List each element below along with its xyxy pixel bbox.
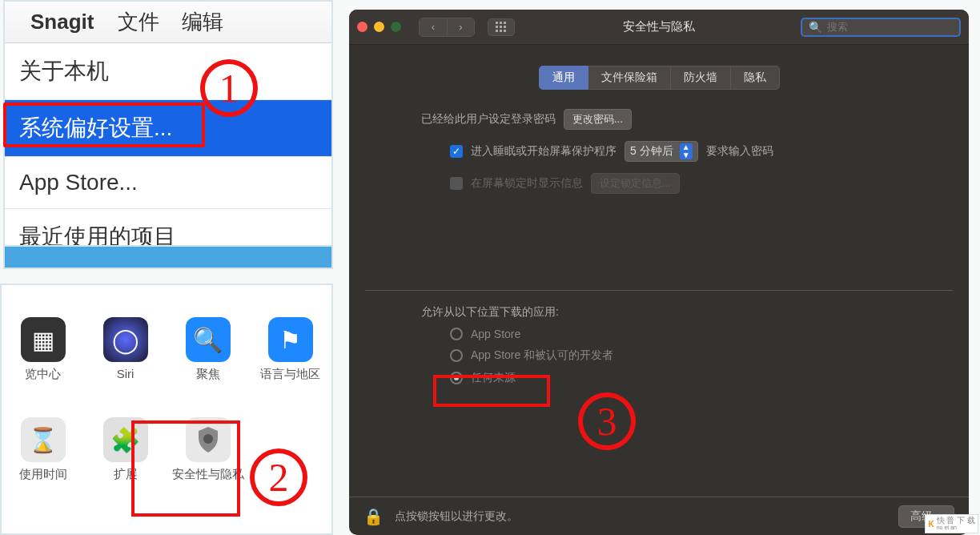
allow-apps-title: 允许从以下位置下载的应用: (421, 305, 969, 320)
svg-rect-5 (500, 26, 502, 28)
pref-item-security-privacy[interactable]: 安全性与隐私 (167, 417, 249, 482)
tab-privacy[interactable]: 隐私 (731, 66, 780, 90)
allow-apps-section: 允许从以下位置下载的应用: App Store App Store 和被认可的开… (349, 291, 969, 385)
system-preferences-panel: ▦ 览中心 ◯ Siri 🔍 聚焦 ⚑ 语言与地区 ⌛ 使用时间 🧩 扩展 安全… (0, 284, 333, 535)
pref-label: Siri (117, 367, 135, 380)
require-password-delay-select[interactable]: 5 分钟后 ▲▼ (625, 141, 698, 162)
pref-label: 安全性与隐私 (172, 467, 244, 482)
security-privacy-icon (186, 417, 231, 462)
radio-icon (450, 349, 463, 362)
chevron-up-down-icon: ▲▼ (680, 143, 693, 159)
menubar-app-name[interactable]: Snagit (30, 10, 94, 34)
nav-back-forward: ‹ › (419, 18, 475, 37)
close-window-button[interactable] (357, 22, 368, 32)
unlock-hint: 点按锁按钮以进行更改。 (395, 509, 518, 524)
apple-menu-dropdown: 关于本机 系统偏好设置... App Store... 最近使用的项目 (5, 43, 331, 265)
lock-icon[interactable]: 🔒 (363, 507, 384, 526)
siri-icon: ◯ (103, 317, 148, 362)
menu-item-system-preferences[interactable]: 系统偏好设置... (5, 100, 331, 157)
window-titlebar: ‹ › 安全性与隐私 🔍 (349, 10, 969, 45)
allow-option-label: App Store 和被认可的开发者 (471, 348, 613, 363)
require-password-suffix: 要求输入密码 (706, 144, 773, 159)
menu-item-about[interactable]: 关于本机 (5, 43, 331, 100)
watermark-logo: K (928, 520, 934, 529)
watermark-text-2: no et an (937, 524, 975, 531)
spotlight-icon: 🔍 (186, 317, 231, 362)
svg-rect-1 (496, 22, 498, 24)
spacer (249, 417, 331, 482)
pref-label: 扩展 (114, 467, 138, 482)
login-password-label: 已经给此用户设定登录密码 (421, 112, 556, 127)
tab-firewall[interactable]: 防火墙 (671, 66, 731, 90)
change-password-button[interactable]: 更改密码... (564, 109, 632, 130)
pref-label: 语言与地区 (260, 367, 320, 382)
require-password-prefix: 进入睡眠或开始屏幕保护程序 (471, 144, 617, 159)
select-value: 5 分钟后 (630, 144, 673, 159)
general-tab-content: 已经给此用户设定登录密码 更改密码... ✓ 进入睡眠或开始屏幕保护程序 5 分… (349, 90, 969, 194)
radio-icon (450, 372, 463, 384)
svg-rect-7 (496, 30, 498, 32)
allow-option-label: 任何来源 (471, 371, 516, 385)
decorative-strip (3, 245, 333, 269)
svg-rect-2 (500, 22, 502, 24)
tab-filevault[interactable]: 文件保险箱 (588, 66, 671, 90)
pref-label: 聚焦 (196, 367, 220, 382)
search-input[interactable] (827, 21, 962, 33)
svg-rect-3 (504, 22, 506, 24)
pref-item-siri[interactable]: ◯ Siri (84, 317, 167, 382)
apple-menu-panel: Snagit 文件 编辑 关于本机 系统偏好设置... App Store...… (3, 0, 333, 267)
watermark: K 快 普 下 载 no et an (925, 514, 978, 533)
extensions-icon: 🧩 (103, 417, 148, 462)
search-icon: 🔍 (809, 21, 822, 34)
pref-item-spotlight[interactable]: 🔍 聚焦 (167, 317, 249, 382)
show-all-button[interactable] (488, 18, 515, 36)
nav-back-button[interactable]: ‹ (420, 18, 447, 36)
pref-item-extensions[interactable]: 🧩 扩展 (84, 417, 167, 482)
set-lock-message-button[interactable]: 设定锁定信息... (591, 173, 680, 194)
svg-rect-9 (504, 30, 506, 32)
radio-icon (450, 328, 463, 340)
pref-item-language[interactable]: ⚑ 语言与地区 (249, 317, 331, 382)
language-region-icon: ⚑ (268, 317, 313, 362)
minimize-window-button[interactable] (374, 22, 384, 32)
screen-time-icon: ⌛ (21, 417, 66, 462)
require-password-checkbox[interactable]: ✓ (450, 145, 463, 158)
menubar-edit[interactable]: 编辑 (182, 8, 223, 36)
watermark-text-1: 快 普 下 载 (937, 517, 975, 524)
window-footer: 🔒 点按锁按钮以进行更改。 高级... (349, 497, 969, 535)
nav-forward-button[interactable]: › (447, 18, 474, 36)
allow-option-label: App Store (471, 328, 520, 340)
menu-item-app-store[interactable]: App Store... (5, 157, 331, 209)
allow-option-app-store[interactable]: App Store (450, 328, 969, 340)
menubar-file[interactable]: 文件 (118, 8, 159, 36)
pref-label: 使用时间 (19, 467, 67, 482)
mission-control-icon: ▦ (21, 317, 66, 362)
pref-item-mission-control[interactable]: ▦ 览中心 (2, 317, 84, 382)
svg-rect-8 (500, 30, 502, 32)
security-privacy-window: ‹ › 安全性与隐私 🔍 通用 文件保险箱 防火墙 隐私 已经给此用户设定登录密… (349, 10, 969, 535)
pref-item-screen-time[interactable]: ⌛ 使用时间 (2, 417, 84, 482)
zoom-window-button[interactable] (391, 22, 401, 32)
pref-label: 览中心 (25, 367, 61, 382)
show-lock-message-checkbox[interactable]: ✓ (450, 177, 463, 190)
search-field[interactable]: 🔍 (801, 18, 961, 37)
menubar: Snagit 文件 编辑 (5, 2, 331, 43)
show-lock-message-label: 在屏幕锁定时显示信息 (471, 176, 583, 191)
svg-point-0 (203, 434, 213, 444)
allow-option-anywhere[interactable]: 任何来源 (450, 371, 969, 385)
tab-general[interactable]: 通用 (539, 66, 588, 90)
svg-rect-4 (496, 26, 498, 28)
tab-bar: 通用 文件保险箱 防火墙 隐私 (349, 66, 969, 90)
allow-option-identified[interactable]: App Store 和被认可的开发者 (450, 348, 969, 363)
svg-rect-6 (504, 26, 506, 28)
